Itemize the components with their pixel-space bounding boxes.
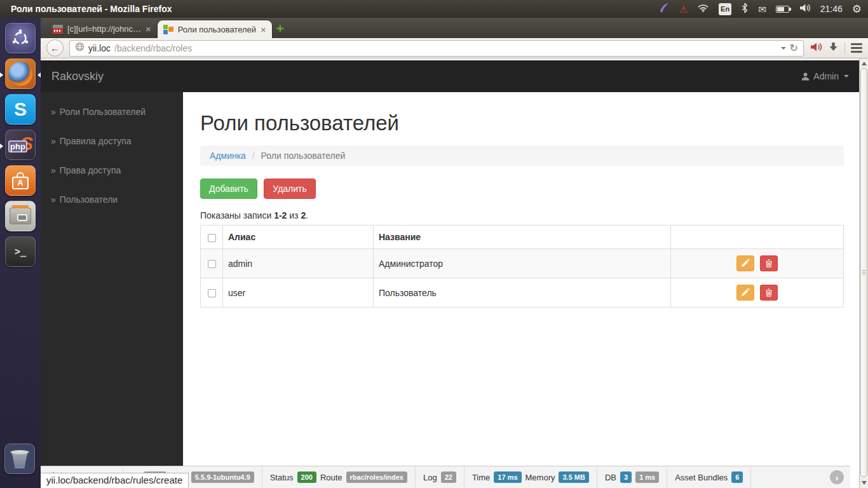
add-button[interactable]: Добавить xyxy=(200,179,257,199)
log-badge: 22 xyxy=(441,471,456,483)
assets-badge: 6 xyxy=(731,471,743,483)
breadcrumb-separator: / xyxy=(252,151,255,161)
scroll-up-arrow[interactable] xyxy=(862,62,867,65)
delete-row-button[interactable] xyxy=(760,255,778,271)
table-row: admin Администратор xyxy=(201,249,844,278)
focused-indicator xyxy=(37,72,41,78)
sidebar-item-label: Пользователи xyxy=(60,194,118,205)
tab-favicon xyxy=(53,25,63,34)
menu-icon[interactable] xyxy=(851,43,862,53)
user-name: Admin xyxy=(813,71,839,81)
trash-body xyxy=(12,453,27,468)
phpstorm-launcher-icon[interactable]: S php xyxy=(5,130,36,160)
system-topbar: Роли пользователей - Mozilla Firefox ⚠ E… xyxy=(0,0,868,18)
new-tab-button[interactable]: + xyxy=(276,22,284,35)
user-dropdown[interactable]: Admin xyxy=(801,71,849,81)
tab-bbcode-page[interactable]: [c][url=http://johnc… × xyxy=(47,20,157,38)
trash-launcher-icon[interactable] xyxy=(4,444,35,474)
sidebar-item-roles[interactable]: »Роли Пользователей xyxy=(41,97,183,126)
url-host: yii.loc xyxy=(88,43,111,53)
close-tab-icon[interactable]: × xyxy=(261,25,266,34)
phpstorm-logo-php: php xyxy=(8,140,27,152)
edit-row-button[interactable] xyxy=(736,255,754,271)
table-header-row: Алиас Название xyxy=(201,226,844,249)
back-button[interactable]: ← xyxy=(46,39,64,57)
window-title: Роли пользователей - Mozilla Firefox xyxy=(11,4,172,14)
skype-launcher-icon[interactable]: S xyxy=(5,94,36,125)
breadcrumb-current: Роли пользователей xyxy=(261,151,346,161)
time-badge: 17 ms xyxy=(494,471,521,483)
table-row: user Пользователь xyxy=(201,278,844,308)
memory-badge: 3.5 MB xyxy=(559,471,588,483)
sidebar-item-rules[interactable]: »Правила доступа xyxy=(41,126,183,156)
column-header-alias: Алиас xyxy=(223,226,374,249)
tab-bar: [c][url=http://johnc… × Роли пользовател… xyxy=(41,18,868,38)
row-checkbox[interactable] xyxy=(208,260,216,268)
cell-name: Пользователь xyxy=(374,278,671,308)
user-icon xyxy=(801,72,810,81)
site: Rakovskiy Admin »Роли Пользователей »Пра… xyxy=(41,58,859,488)
caret-down-icon xyxy=(844,75,849,78)
link-preview-statusbar: yii.loc/backend/rbac/rules/create xyxy=(41,473,189,488)
debug-section-log[interactable]: Log 22 xyxy=(416,466,465,488)
url-dropdown-icon[interactable] xyxy=(781,47,786,50)
url-bar[interactable]: yii.loc /backend/rbac/roles ↻ xyxy=(69,40,804,57)
debug-section-assets[interactable]: Asset Bundles 6 xyxy=(667,466,751,488)
delete-row-button[interactable] xyxy=(760,285,778,301)
firefox-logo xyxy=(8,62,32,86)
debug-section-request[interactable]: Status 200 Route rbac/roles/index xyxy=(262,466,416,488)
row-checkbox[interactable] xyxy=(208,289,216,297)
roles-table: Алиас Название admin Администратор xyxy=(200,225,844,308)
battery-icon[interactable] xyxy=(776,6,789,13)
toolbar-buttons: Добавить Удалить xyxy=(200,179,844,199)
admin-sidebar: »Роли Пользователей »Правила доступа »Пр… xyxy=(41,92,183,466)
sidebar-item-users[interactable]: »Пользователи xyxy=(41,185,183,214)
route-badge: rbac/roles/index xyxy=(346,471,407,483)
sidebar-item-label: Правила доступа xyxy=(60,136,132,146)
sound-playing-icon[interactable] xyxy=(810,42,822,55)
db-time-badge: 1 ms xyxy=(635,471,659,483)
scrollbar-grip xyxy=(862,270,865,275)
pencil-icon xyxy=(741,259,749,268)
warning-indicator-icon[interactable]: ⚠ xyxy=(679,4,688,14)
firefox-launcher-icon[interactable] xyxy=(5,58,36,89)
navigation-toolbar: ← yii.loc /backend/rbac/roles ↻ xyxy=(41,38,868,58)
mail-indicator-icon[interactable]: ✉ xyxy=(758,4,766,14)
scroll-down-arrow[interactable] xyxy=(862,481,867,485)
volume-icon[interactable] xyxy=(799,3,811,15)
debug-section-profiling[interactable]: Time 17 ms Memory 3.5 MB xyxy=(465,466,597,488)
sidebar-item-permissions[interactable]: »Права доступа xyxy=(41,156,183,185)
status-badge: 200 xyxy=(297,471,316,483)
reload-icon[interactable]: ↻ xyxy=(790,43,798,53)
tab-title: [c][url=http://johnc… xyxy=(67,24,141,34)
tab-title: Роли пользователей xyxy=(178,25,256,34)
wifi-icon[interactable] xyxy=(697,3,709,15)
archive-manager-launcher-icon[interactable] xyxy=(5,201,36,231)
keyboard-layout-indicator[interactable]: En xyxy=(719,3,731,15)
running-indicator xyxy=(0,72,3,78)
quill-indicator-icon[interactable] xyxy=(658,2,670,16)
session-gear-icon[interactable]: ⚙ xyxy=(852,4,862,15)
brand-link[interactable]: Rakovskiy xyxy=(51,70,104,83)
close-tab-icon[interactable]: × xyxy=(146,24,151,34)
breadcrumb-home-link[interactable]: Админка xyxy=(210,151,246,161)
bluetooth-icon[interactable] xyxy=(741,3,749,16)
software-center-launcher-icon[interactable]: A xyxy=(5,165,36,196)
site-navbar: Rakovskiy Admin xyxy=(41,60,859,92)
vertical-scrollbar[interactable] xyxy=(859,58,868,488)
downloads-icon[interactable] xyxy=(828,42,839,55)
tab-user-roles[interactable]: Роли пользователей × xyxy=(157,20,273,38)
unity-launcher: S S php A >_ xyxy=(0,18,41,488)
breadcrumb: Админка / Роли пользователей xyxy=(200,146,844,166)
edit-row-button[interactable] xyxy=(736,285,754,301)
dash-home-button[interactable] xyxy=(5,23,36,53)
delete-button[interactable]: Удалить xyxy=(264,179,315,199)
toolbar-separator xyxy=(844,42,845,55)
select-all-checkbox[interactable] xyxy=(208,234,216,242)
debugbar-collapse-button[interactable]: › xyxy=(830,470,844,484)
debug-section-db[interactable]: DB 3 1 ms xyxy=(597,466,667,488)
skype-logo: S xyxy=(14,98,27,120)
scrollbar-thumb[interactable] xyxy=(860,68,867,477)
clock[interactable]: 21:46 xyxy=(820,4,843,14)
terminal-launcher-icon[interactable]: >_ xyxy=(5,236,36,267)
